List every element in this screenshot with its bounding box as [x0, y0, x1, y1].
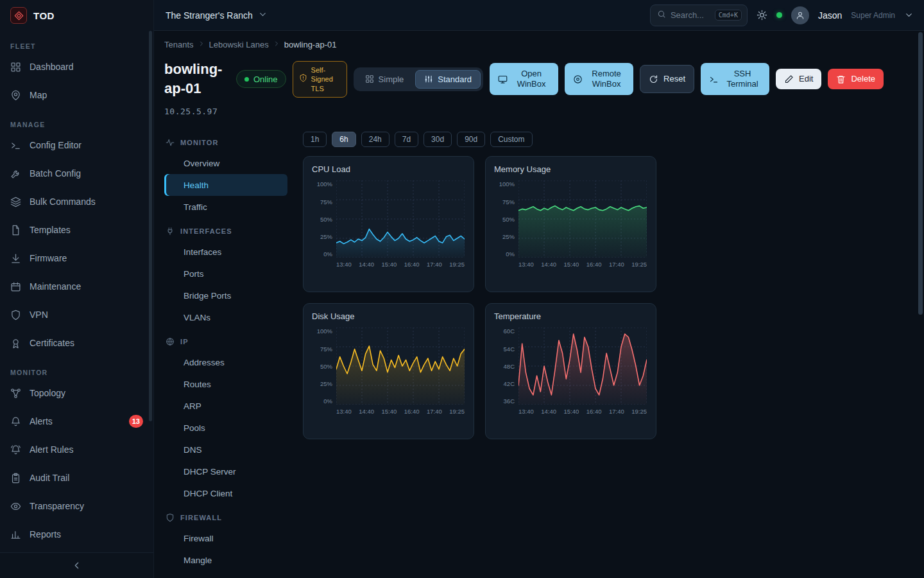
plot-area: [336, 180, 465, 258]
subnav-item-dhcp-client[interactable]: DHCP Client: [164, 482, 287, 504]
x-tick-label: 15:40: [563, 408, 579, 415]
edit-button[interactable]: Edit: [776, 69, 821, 89]
main-scrollbar[interactable]: [918, 32, 923, 315]
sidebar-item-dashboard[interactable]: Dashboard: [0, 53, 153, 81]
disc-icon: [573, 74, 583, 84]
sidebar-item-templates[interactable]: Templates: [0, 216, 153, 244]
open-winbox-button[interactable]: Open WinBox: [490, 63, 558, 95]
breadcrumb-tenants[interactable]: Tenants: [164, 40, 194, 49]
breadcrumb: TenantsLebowski Lanesbowling-ap-01: [164, 40, 909, 49]
time-range-30d[interactable]: 30d: [424, 132, 452, 147]
breadcrumb-separator: [273, 40, 280, 49]
subnav-item-bridge-ports[interactable]: Bridge Ports: [164, 285, 287, 306]
sidebar-item-config-editor[interactable]: Config Editor: [0, 131, 153, 159]
time-range-custom[interactable]: Custom: [490, 132, 532, 147]
bell-ring-icon: [10, 444, 21, 455]
x-tick-label: 16:40: [586, 408, 602, 415]
grid-icon: [10, 62, 21, 73]
sidebar-item-topology[interactable]: Topology: [0, 379, 153, 407]
app-logo: TOD: [0, 0, 153, 31]
y-tick-label: 25%: [320, 233, 332, 240]
terminal-icon: [709, 74, 719, 84]
plot-area: [518, 328, 647, 405]
y-tick-label: 36C: [504, 398, 515, 405]
subnav-item-vlans[interactable]: VLANs: [164, 306, 287, 328]
sidebar-collapse-button[interactable]: [0, 552, 153, 578]
subnav-item-ports[interactable]: Ports: [164, 263, 287, 285]
breadcrumb-lebowski-lanes[interactable]: Lebowski Lanes: [209, 40, 269, 49]
subnav-item-interfaces[interactable]: Interfaces: [164, 241, 287, 263]
plug-icon: [166, 227, 175, 236]
subnav-item-firewall[interactable]: Firewall: [164, 527, 287, 549]
subnav-item-addresses[interactable]: Addresses: [164, 351, 287, 373]
chevron-right-icon: [273, 40, 280, 48]
sidebar-scrollbar[interactable]: [149, 31, 152, 421]
subnav-item-pools[interactable]: Pools: [164, 417, 287, 439]
sidebar-item-transparency[interactable]: Transparency: [0, 492, 153, 520]
sidebar-item-certificates[interactable]: Certificates: [0, 329, 153, 357]
x-tick-label: 19:25: [449, 408, 465, 415]
time-range-1h[interactable]: 1h: [303, 132, 327, 147]
subnav-item-dhcp-server[interactable]: DHCP Server: [164, 460, 287, 482]
tenant-selector[interactable]: The Stranger's Ranch: [166, 10, 268, 21]
mode-option-standard[interactable]: Standard: [415, 70, 481, 89]
reset-button[interactable]: Reset: [640, 65, 694, 93]
ssh-terminal-button[interactable]: SSH Terminal: [701, 63, 769, 95]
chart-card-temperature: Temperature60C54C48C42C36C13:4014:4015:4…: [485, 303, 656, 439]
delete-button[interactable]: Delete: [828, 69, 884, 89]
sidebar-item-bulk-commands[interactable]: Bulk Commands: [0, 188, 153, 216]
time-range-90d[interactable]: 90d: [457, 132, 485, 147]
sidebar-item-vpn[interactable]: VPN: [0, 301, 153, 329]
subnav-item-addr-lists[interactable]: Addr Lists: [164, 571, 287, 578]
subnav-group-label: INTERFACES: [180, 227, 232, 235]
time-range-6h[interactable]: 6h: [332, 132, 355, 147]
share-icon: [10, 388, 21, 399]
sidebar-item-label: Alert Rules: [30, 444, 73, 455]
plot-area: [518, 180, 647, 258]
wrench-icon: [10, 168, 21, 179]
device-ip: 10.25.5.97: [164, 107, 227, 116]
chevron-down-icon: [904, 10, 914, 20]
chart-plot: [518, 328, 647, 405]
subnav-item-mangle[interactable]: Mangle: [164, 549, 287, 571]
sidebar-item-alert-rules[interactable]: Alert Rules: [0, 435, 153, 464]
y-tick-label: 50%: [320, 363, 332, 370]
mode-option-simple[interactable]: Simple: [356, 70, 413, 89]
subnav-item-dns[interactable]: DNS: [164, 439, 287, 460]
sidebar-item-reports[interactable]: Reports: [0, 520, 153, 548]
subnav-item-arp[interactable]: ARP: [164, 395, 287, 417]
sidebar-item-batch-config[interactable]: Batch Config: [0, 159, 153, 188]
sidebar-nav: FLEETDashboardMapMANAGEConfig EditorBatc…: [0, 42, 153, 548]
time-range-24h[interactable]: 24h: [361, 132, 389, 147]
x-axis: 13:4014:4015:4016:4017:4019:25: [518, 408, 647, 415]
time-range-7d[interactable]: 7d: [395, 132, 418, 147]
content: TenantsLebowski Lanesbowling-ap-01 bowli…: [154, 31, 924, 578]
user-menu-button[interactable]: [904, 10, 914, 20]
sidebar-section-monitor: MONITOR: [0, 369, 153, 376]
subnav-item-overview[interactable]: Overview: [164, 152, 287, 174]
file-icon: [10, 225, 21, 236]
sidebar-item-alerts[interactable]: Alerts13: [0, 407, 153, 435]
theme-toggle-button[interactable]: [757, 10, 767, 21]
sidebar-item-audit-trail[interactable]: Audit Trail: [0, 464, 153, 492]
x-tick-label: 15:40: [381, 408, 397, 415]
sidebar-item-label: Firmware: [30, 253, 67, 263]
remote-winbox-button[interactable]: Remote WinBox: [565, 63, 633, 95]
x-tick-label: 16:40: [404, 408, 420, 415]
avatar[interactable]: [791, 6, 809, 24]
subnav-item-health[interactable]: Health: [164, 174, 287, 196]
sidebar-item-maintenance[interactable]: Maintenance: [0, 272, 153, 301]
chart-title: Disk Usage: [312, 311, 465, 321]
x-tick-label: 13:40: [336, 261, 352, 268]
x-tick-label: 13:40: [518, 408, 534, 415]
search-input[interactable]: Search... Cmd+K: [650, 4, 748, 26]
chart-title: Memory Usage: [494, 164, 647, 174]
sidebar-item-label: Topology: [30, 388, 65, 398]
x-tick-label: 17:40: [427, 261, 442, 268]
subnav-item-routes[interactable]: Routes: [164, 373, 287, 395]
sidebar-item-label: Config Editor: [30, 140, 81, 150]
sidebar-item-firmware[interactable]: Firmware: [0, 244, 153, 272]
sidebar-item-map[interactable]: Map: [0, 81, 153, 109]
subnav-item-traffic[interactable]: Traffic: [164, 196, 287, 218]
chevron-down-icon: [258, 10, 268, 19]
